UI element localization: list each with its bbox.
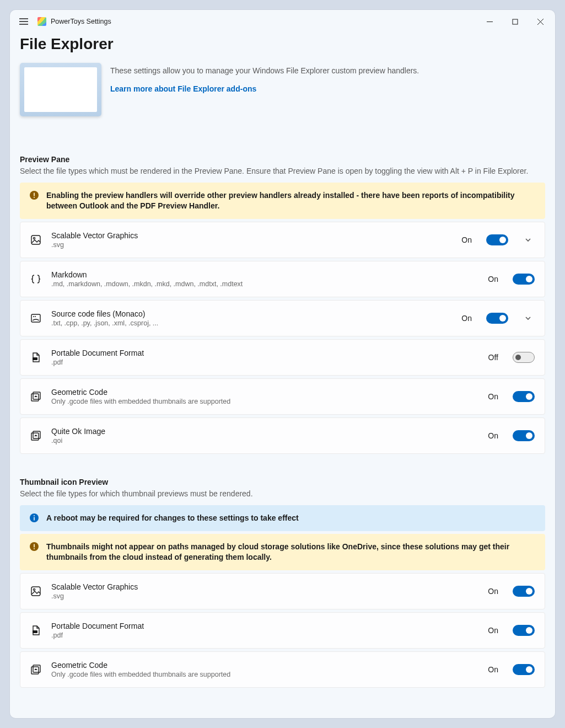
thumb-setting-row: Scalable Vector Graphics.svgOn bbox=[20, 573, 545, 609]
preview-setting-row: Quite Ok Image.qoiOn bbox=[20, 417, 545, 454]
svg-point-11 bbox=[33, 237, 35, 239]
toggle-state-label: On bbox=[488, 275, 498, 283]
pdf-icon bbox=[30, 625, 41, 636]
preview-warning-text: Enabling the preview handlers will overr… bbox=[46, 190, 535, 211]
chevron-down-icon[interactable] bbox=[521, 237, 535, 243]
svg-rect-29 bbox=[31, 667, 39, 674]
preview-setting-row: Scalable Vector Graphics.svgOn bbox=[20, 222, 545, 258]
warning-icon bbox=[30, 542, 39, 551]
preview-setting-row: Source code files (Monaco).txt, .cpp, .p… bbox=[20, 300, 545, 336]
toggle-state-label: On bbox=[488, 626, 498, 635]
setting-subtitle: .svg bbox=[51, 592, 478, 600]
toggle-state-label: On bbox=[461, 314, 472, 323]
setting-title: Portable Document Format bbox=[51, 349, 478, 357]
preview-warning-banner: Enabling the preview handlers will overr… bbox=[20, 183, 545, 219]
toggle-switch[interactable] bbox=[486, 313, 508, 324]
svg-rect-28 bbox=[33, 630, 37, 633]
hero: These settings allow you to manage your … bbox=[20, 63, 545, 116]
warning-icon bbox=[30, 191, 39, 200]
chevron-down-icon[interactable] bbox=[521, 315, 535, 322]
info-icon bbox=[30, 513, 39, 522]
maximize-button[interactable] bbox=[502, 13, 528, 30]
svg-rect-25 bbox=[34, 548, 35, 549]
svg-point-13 bbox=[33, 316, 34, 317]
toggle-switch[interactable] bbox=[513, 625, 535, 636]
toggle-state-label: On bbox=[488, 587, 498, 596]
pdf-icon bbox=[30, 352, 41, 363]
svg-rect-21 bbox=[34, 517, 35, 521]
thumb-info-text: A reboot may be required for changes to … bbox=[46, 513, 299, 523]
setting-title: Portable Document Format bbox=[51, 622, 478, 630]
minimize-button[interactable] bbox=[477, 13, 502, 30]
svg-rect-24 bbox=[34, 544, 35, 548]
setting-body: Portable Document Format.pdf bbox=[51, 349, 478, 366]
setting-body: Quite Ok Image.qoi bbox=[51, 427, 478, 445]
setting-body: Portable Document Format.pdf bbox=[51, 622, 478, 639]
svg-rect-18 bbox=[31, 433, 39, 440]
preview-section-desc: Select the file types which must be rend… bbox=[20, 166, 545, 176]
toggle-switch[interactable] bbox=[513, 430, 535, 441]
thumb-warning-text: Thumbnails might not appear on paths man… bbox=[46, 542, 535, 563]
close-button[interactable] bbox=[528, 13, 553, 30]
preview-section-heading: Preview Pane bbox=[20, 155, 545, 164]
toggle-switch[interactable] bbox=[513, 586, 535, 597]
setting-subtitle: .pdf bbox=[51, 358, 478, 366]
content-scroll[interactable]: File Explorer These settings allow you t… bbox=[10, 33, 555, 718]
setting-body: Source code files (Monaco).txt, .cpp, .p… bbox=[51, 309, 451, 327]
setting-body: Markdown.md, .markdown, .mdown, .mkdn, .… bbox=[51, 270, 478, 288]
preview-setting-row: Portable Document Format.pdfOff bbox=[20, 339, 545, 376]
setting-subtitle: .txt, .cpp, .py, .json, .xml, .csproj, .… bbox=[51, 319, 451, 327]
setting-title: Geometric Code bbox=[51, 388, 478, 397]
hamburger-menu-button[interactable] bbox=[12, 10, 35, 33]
app-logo-icon bbox=[37, 17, 46, 26]
setting-subtitle: .pdf bbox=[51, 631, 478, 639]
preview-setting-row: Markdown.md, .markdown, .mdown, .mkdn, .… bbox=[20, 261, 545, 297]
thumb-info-banner: A reboot may be required for changes to … bbox=[20, 505, 545, 531]
geo-icon bbox=[30, 664, 41, 675]
svg-rect-15 bbox=[33, 357, 37, 360]
learn-more-link[interactable]: Learn more about File Explorer add-ons bbox=[110, 84, 256, 93]
svg-rect-10 bbox=[31, 235, 40, 244]
braces-icon bbox=[30, 274, 41, 285]
toggle-state-label: On bbox=[461, 235, 472, 244]
setting-body: Geometric CodeOnly .gcode files with emb… bbox=[51, 388, 478, 405]
page-title: File Explorer bbox=[20, 35, 545, 53]
setting-title: Source code files (Monaco) bbox=[51, 309, 451, 318]
setting-title: Quite Ok Image bbox=[51, 427, 478, 436]
toggle-switch[interactable] bbox=[513, 352, 535, 363]
toggle-state-label: On bbox=[488, 392, 498, 401]
toggle-switch[interactable] bbox=[513, 391, 535, 402]
setting-title: Scalable Vector Graphics bbox=[51, 231, 451, 240]
toggle-switch[interactable] bbox=[513, 274, 535, 285]
geo-icon bbox=[30, 391, 41, 402]
setting-title: Markdown bbox=[51, 270, 478, 279]
geo-icon bbox=[30, 430, 41, 441]
setting-body: Scalable Vector Graphics.svg bbox=[51, 231, 451, 249]
svg-rect-8 bbox=[34, 193, 35, 196]
preview-setting-row: Geometric CodeOnly .gcode files with emb… bbox=[20, 378, 545, 415]
thumb-setting-row: Portable Document Format.pdfOn bbox=[20, 612, 545, 649]
toggle-switch[interactable] bbox=[513, 664, 535, 675]
svg-rect-30 bbox=[33, 665, 40, 672]
thumb-setting-row: Geometric CodeOnly .gcode files with emb… bbox=[20, 651, 545, 688]
setting-subtitle: .qoi bbox=[51, 437, 478, 445]
svg-point-27 bbox=[33, 588, 35, 590]
svg-rect-4 bbox=[513, 19, 518, 24]
svg-rect-26 bbox=[31, 587, 40, 596]
svg-point-14 bbox=[35, 316, 36, 317]
hero-description: These settings allow you to manage your … bbox=[110, 66, 545, 75]
titlebar: PowerToys Settings bbox=[10, 10, 555, 33]
toggle-state-label: On bbox=[488, 431, 498, 440]
thumb-section-desc: Select the file types for which thumbnai… bbox=[20, 489, 545, 499]
toggle-switch[interactable] bbox=[486, 234, 508, 245]
setting-body: Geometric CodeOnly .gcode files with emb… bbox=[51, 661, 478, 678]
setting-subtitle: .md, .markdown, .mdown, .mkdn, .mkd, .md… bbox=[51, 280, 478, 288]
svg-rect-17 bbox=[33, 392, 40, 399]
svg-rect-16 bbox=[31, 394, 39, 401]
toggle-state-label: On bbox=[488, 665, 498, 674]
setting-subtitle: .svg bbox=[51, 241, 451, 249]
app-title: PowerToys Settings bbox=[51, 18, 111, 25]
app-window: PowerToys Settings File Explorer These s… bbox=[10, 10, 555, 718]
setting-subtitle: Only .gcode files with embedded thumbnai… bbox=[51, 398, 478, 405]
svg-rect-19 bbox=[33, 431, 40, 438]
